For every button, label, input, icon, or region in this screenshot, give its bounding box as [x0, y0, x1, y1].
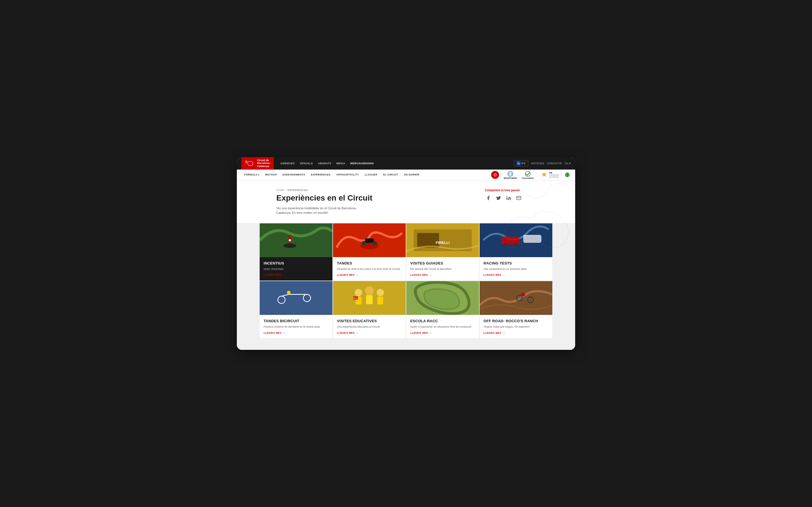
committed-label: Committed	[522, 177, 534, 180]
hero-section: HOME › EXPERIÈNCIES Experiències en el C…	[237, 181, 575, 223]
top-nav-agencies[interactable]: AGÈNCIES	[278, 161, 297, 166]
card-tandes-desc: Diverteix-te amb el teu cotxe o la teva …	[337, 267, 402, 271]
breadcrumb: HOME › EXPERIÈNCIES	[276, 189, 474, 191]
svg-point-20	[373, 241, 377, 245]
card-incentius-image	[260, 223, 333, 257]
card-off-road-desc: Tinguis l'edat que tinguis, t'hi esperem…	[484, 325, 548, 328]
card-off-road-body: OFF ROAD- ROCCO'S RANCH Tinguis l'edat q…	[479, 315, 552, 338]
hero-description: Viu una experiència inoblidable en el Ci…	[276, 206, 366, 215]
svg-point-39	[365, 286, 374, 295]
sec-nav-motogp[interactable]: MOTOGP	[262, 169, 280, 180]
hero-right: Comparteix la teva passió	[485, 189, 536, 202]
card-tandes-title: TANDES	[337, 261, 402, 265]
secondary-nav-links: FÓRMULA 1 MOTOGP ESDEVENIMENTS EXPERIÈNC…	[241, 169, 491, 180]
facebook-icon[interactable]	[485, 194, 492, 202]
svg-rect-27	[523, 235, 542, 242]
committed-badge: Committed	[522, 171, 534, 180]
card-visites-image: PIRELLI	[406, 223, 479, 257]
circuit-badge	[491, 171, 499, 179]
top-nav-media[interactable]: MEDIA	[334, 161, 348, 166]
top-nav-language[interactable]: CA ▾	[565, 162, 571, 165]
linkedin-icon[interactable]	[505, 194, 512, 202]
temperature-badge: ☁ 0°C	[514, 160, 528, 166]
svg-point-35	[287, 291, 291, 294]
sec-nav-experiencies[interactable]: EXPERIÈNCIES	[308, 169, 333, 180]
card-visites-educatives: RACC VISITES EDUCATIVES Una experiència …	[333, 281, 406, 339]
top-nav-links: AGÈNCIES OFICIALS ABONATS MEDIA MERCHAND…	[278, 161, 514, 166]
card-visites-guiades: PIRELLI VISITES GUIADES Els secrets del …	[406, 223, 479, 281]
card-off-road-link[interactable]: LLEGEIX MÉS	[484, 331, 548, 334]
card-escola-racc-title: ESCOLA RACC	[410, 319, 475, 323]
card-racing-tests: RACING TESTS Alta competició en un escen…	[479, 223, 553, 281]
card-bicircuit-body: TANDES BICIRCUIT Practica ciclisme de ca…	[260, 315, 333, 338]
logo-area[interactable]: Circuit de Barcelona- Catalunya	[241, 157, 274, 170]
card-off-road-title: OFF ROAD- ROCCO'S RANCH	[484, 319, 548, 323]
card-visites-guiades-body: VISITES GUIADES Els secrets del Circuit …	[406, 257, 479, 281]
card-off-road: OFF ROAD- ROCCO'S RANCH Tinguis l'edat q…	[479, 281, 553, 339]
card-escola-racc-link[interactable]: LLEGEIX MÉS	[410, 331, 475, 334]
sec-nav-vip[interactable]: VIP/HOSPITALITY	[333, 169, 362, 180]
card-bicircuit-title: TANDES BICIRCUIT	[264, 319, 328, 323]
card-incentius-title: INCENTIUS	[264, 261, 328, 265]
svg-point-6	[495, 175, 495, 175]
card-racing-tests-body: RACING TESTS Alta competició en un escen…	[479, 257, 552, 281]
top-navigation: Circuit de Barcelona- Catalunya AGÈNCIES…	[237, 157, 575, 170]
svg-point-15	[289, 239, 291, 241]
card-educatives-desc: Una experiència educativa al Circuit	[337, 325, 402, 328]
svg-point-11	[507, 196, 507, 196]
nav-badges: BIOSPHERE Committed FIB Sustainability	[491, 171, 571, 180]
svg-point-41	[377, 289, 384, 296]
badge-divider-2	[519, 172, 520, 178]
top-nav-noticies[interactable]: NOTÍCIES	[531, 162, 545, 165]
breadcrumb-home[interactable]: HOME	[276, 189, 285, 191]
twitter-icon[interactable]	[495, 194, 502, 202]
top-nav-abonats[interactable]: ABONATS	[316, 161, 334, 166]
circuit-badge-icon	[493, 173, 497, 177]
svg-point-29	[514, 243, 518, 247]
sec-nav-on-dormir[interactable]: ON DORMIR	[401, 169, 422, 180]
svg-rect-2	[246, 161, 247, 162]
email-icon[interactable]	[515, 194, 522, 202]
svg-point-37	[355, 289, 362, 296]
breadcrumb-current: EXPERIÈNCIES	[288, 189, 308, 191]
top-nav-merchandising[interactable]: MERCHANDISING	[348, 161, 376, 166]
card-visites-guiades-title: VISITES GUIADES	[410, 261, 475, 265]
top-nav-officials[interactable]: OFICIALS	[298, 161, 315, 166]
card-incentius-link[interactable]: LLEGEIX MÉS	[264, 274, 328, 277]
svg-rect-5	[246, 161, 246, 162]
svg-text:RACC: RACC	[353, 297, 358, 299]
card-tandes-bicircuit: TANDES BICIRCUIT Practica ciclisme de ca…	[259, 281, 333, 339]
card-tandes-image	[333, 223, 406, 257]
badge-divider-3	[536, 172, 536, 178]
svg-point-50	[521, 293, 525, 296]
top-nav-contacte[interactable]: CONTACTE	[547, 162, 562, 165]
card-educatives-link[interactable]: LLEGEIX MÉS	[337, 331, 402, 334]
sec-nav-circuit[interactable]: EL CIRCUIT	[380, 169, 401, 180]
svg-rect-3	[246, 162, 246, 163]
card-incentius-body: INCENTIUS Motor d'activitats LLEGEIX MÉS	[260, 257, 333, 281]
card-racing-tests-link[interactable]: LLEGEIX MÉS	[484, 274, 548, 277]
share-label: Comparteix la teva passió	[485, 189, 536, 192]
svg-text:PIRELLI: PIRELLI	[436, 240, 449, 244]
green-badge	[564, 172, 571, 178]
secondary-navigation: FÓRMULA 1 MOTOGP ESDEVENIMENTS EXPERIÈNC…	[237, 170, 575, 181]
card-escola-racc-body: ESCOLA RACC Aprèn a reaccionar en situac…	[406, 315, 479, 338]
svg-point-14	[283, 243, 296, 247]
card-bicircuit-image	[260, 281, 333, 315]
circuit-logo-icon	[245, 160, 255, 167]
card-visites-guiades-link[interactable]: LLEGEIX MÉS	[410, 274, 475, 277]
biosphere-icon	[507, 171, 513, 177]
sec-nav-lloguer[interactable]: LLOGUER	[362, 169, 380, 180]
cards-section: INCENTIUS Motor d'activitats LLEGEIX MÉS	[237, 223, 575, 350]
card-tandes-link[interactable]: LLEGEIX MÉS	[337, 274, 402, 277]
card-bicircuit-link[interactable]: LLEGEIX MÉS	[264, 331, 328, 334]
card-educatives-title: VISITES EDUCATIVES	[337, 319, 402, 323]
badge-divider-1	[501, 172, 502, 178]
biosphere-badge: BIOSPHERE	[504, 171, 517, 180]
committed-icon	[525, 171, 531, 177]
card-educatives-body: VISITES EDUCATIVES Una experiència educa…	[333, 315, 406, 338]
cards-grid: INCENTIUS Motor d'activitats LLEGEIX MÉS	[259, 223, 553, 339]
sec-nav-esdeveniments[interactable]: ESDEVENIMENTS	[280, 169, 308, 180]
card-escola-image	[406, 281, 479, 315]
sec-nav-formula1[interactable]: FÓRMULA 1	[241, 169, 262, 180]
